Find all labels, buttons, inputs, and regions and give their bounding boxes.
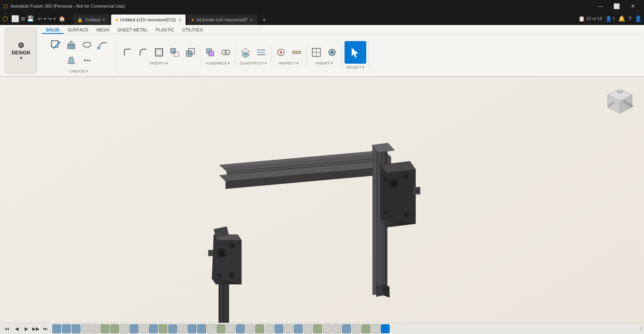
timeline-item-24[interactable]: [275, 324, 283, 333]
quick-new-icon[interactable]: ⬜: [11, 15, 19, 23]
timeline-item-8[interactable]: [120, 324, 129, 333]
insert-label[interactable]: INSERT▾: [316, 61, 333, 65]
timeline-item-10[interactable]: [139, 324, 148, 333]
combine-button[interactable]: [183, 45, 198, 60]
timeline-item-21[interactable]: [246, 324, 254, 333]
sketch-button[interactable]: [48, 37, 63, 52]
timeline-item-19[interactable]: [226, 324, 235, 333]
joint-button[interactable]: [219, 45, 233, 60]
timeline-item-22[interactable]: [255, 324, 264, 333]
timeline-item-7[interactable]: [110, 324, 119, 333]
timeline-item-6[interactable]: [101, 324, 109, 333]
construct-label[interactable]: CONSTRUCT▾: [239, 61, 267, 65]
tab-3dprinter-close[interactable]: ✕: [250, 17, 253, 23]
svg-rect-13: [157, 50, 161, 54]
tab-untitled[interactable]: 🔒 Untitled ✕: [73, 15, 109, 25]
timeline-item-34[interactable]: [371, 324, 380, 333]
insert-canvas-button[interactable]: [325, 45, 339, 60]
timeline-item-13[interactable]: [168, 324, 177, 333]
timeline-item-16[interactable]: [197, 324, 206, 333]
revolve-button[interactable]: [80, 37, 94, 52]
timeline-item-28[interactable]: [313, 324, 322, 333]
timeline-item-25[interactable]: [284, 324, 293, 333]
measure-button[interactable]: [274, 45, 288, 60]
help-icon[interactable]: ?: [628, 15, 632, 22]
tab-untitled-close[interactable]: ✕: [102, 17, 105, 23]
timeline-last-button[interactable]: ⏭: [41, 324, 50, 333]
timeline-item-35[interactable]: [381, 324, 390, 333]
ribbon-tab-surface[interactable]: SURFACE: [64, 27, 93, 34]
tab-add-button[interactable]: +: [259, 15, 269, 25]
ruler-button[interactable]: [289, 45, 304, 60]
close-button[interactable]: ✕: [625, 0, 641, 12]
timeline-item-1[interactable]: [52, 324, 61, 333]
timeline-item-32[interactable]: [352, 324, 361, 333]
timeline-next-button[interactable]: ▶▶: [31, 324, 40, 333]
loft-button[interactable]: [64, 53, 78, 68]
timeline-first-button[interactable]: ⏮: [2, 324, 11, 333]
timeline-item-18[interactable]: [217, 324, 225, 333]
timeline-item-5[interactable]: [91, 324, 100, 333]
timeline-item-17[interactable]: [207, 324, 216, 333]
tab-3dprinter[interactable]: ● 3d printer (v4~recovered)* ✕: [187, 15, 257, 25]
svg-rect-40: [220, 282, 223, 323]
create-label[interactable]: CREATE▾: [70, 69, 88, 73]
ribbon-tab-plastic[interactable]: PLASTIC: [152, 27, 178, 34]
timeline-item-9[interactable]: [130, 324, 138, 333]
timeline-item-15[interactable]: [188, 324, 196, 333]
timeline-item-23[interactable]: [265, 324, 274, 333]
undo-button[interactable]: ↩: [38, 16, 42, 22]
timeline-item-14[interactable]: [178, 324, 187, 333]
timeline-item-26[interactable]: [294, 324, 303, 333]
scale-button[interactable]: [167, 45, 182, 60]
view-cube[interactable]: TOP LEFT FRONT: [604, 85, 636, 117]
timeline-item-12[interactable]: [159, 324, 167, 333]
select-label[interactable]: SELECT▾: [346, 65, 365, 69]
timeline-item-30[interactable]: [332, 324, 341, 333]
offset-plane-button[interactable]: [238, 45, 253, 60]
notifications-icon[interactable]: 🔔: [618, 15, 625, 22]
timeline-item-20[interactable]: [236, 324, 245, 333]
insert-mcmaster-button[interactable]: [309, 45, 324, 60]
redo-button[interactable]: ↪: [47, 16, 52, 22]
maximize-button[interactable]: ⬜: [609, 0, 625, 12]
timeline-item-2[interactable]: [62, 324, 71, 333]
shell-button[interactable]: [152, 45, 166, 60]
svg-rect-0: [52, 41, 58, 47]
more-create-button[interactable]: [80, 53, 94, 68]
extrude-button[interactable]: [64, 37, 78, 52]
inspect-label[interactable]: INSPECT▾: [279, 61, 299, 65]
ribbon-tab-sheetmetal[interactable]: SHEET METAL: [113, 27, 151, 34]
timeline-item-31[interactable]: [342, 324, 351, 333]
minimize-button[interactable]: —: [592, 0, 609, 12]
sweep-button[interactable]: [95, 37, 110, 52]
ribbon-tab-mesh[interactable]: MESH: [93, 27, 114, 34]
timeline-item-27[interactable]: [303, 324, 312, 333]
home-button[interactable]: 🏠: [59, 16, 65, 22]
undo-dropdown[interactable]: ▾: [44, 17, 46, 21]
tab-v15[interactable]: ● Untitled (v15~recovered)*(1) ✕: [111, 15, 186, 25]
design-mode-button[interactable]: ⚙ DESIGN ▾: [5, 27, 37, 74]
new-component-button[interactable]: [203, 45, 217, 60]
select-button[interactable]: [345, 41, 366, 64]
timeline-item-11[interactable]: [149, 324, 158, 333]
timeline-play-button[interactable]: ▶: [22, 324, 31, 333]
modify-label[interactable]: MODIFY▾: [150, 61, 168, 65]
chamfer-button[interactable]: [136, 45, 151, 60]
midplane-button[interactable]: [254, 45, 268, 60]
redo-dropdown[interactable]: ▾: [54, 17, 56, 21]
ribbon-tab-solid[interactable]: SOLID: [42, 27, 64, 34]
quick-open-icon[interactable]: ⊞: [21, 16, 25, 22]
timeline-item-4[interactable]: [81, 324, 90, 333]
timeline-prev-button[interactable]: ◀: [12, 324, 21, 333]
timeline-item-29[interactable]: [323, 324, 332, 333]
quick-save-icon[interactable]: 💾: [27, 15, 34, 22]
timeline-item-33[interactable]: [361, 324, 370, 333]
timeline-item-3[interactable]: [72, 324, 80, 333]
viewport[interactable]: TOP LEFT FRONT: [0, 77, 644, 323]
account-icon[interactable]: 👤: [635, 15, 642, 22]
assemble-label[interactable]: ASSEMBLE▾: [206, 61, 230, 65]
fillet-button[interactable]: [120, 45, 135, 60]
ribbon-tab-utilities[interactable]: UTILITIES: [178, 27, 207, 34]
tab-v15-close[interactable]: ✕: [178, 17, 182, 23]
